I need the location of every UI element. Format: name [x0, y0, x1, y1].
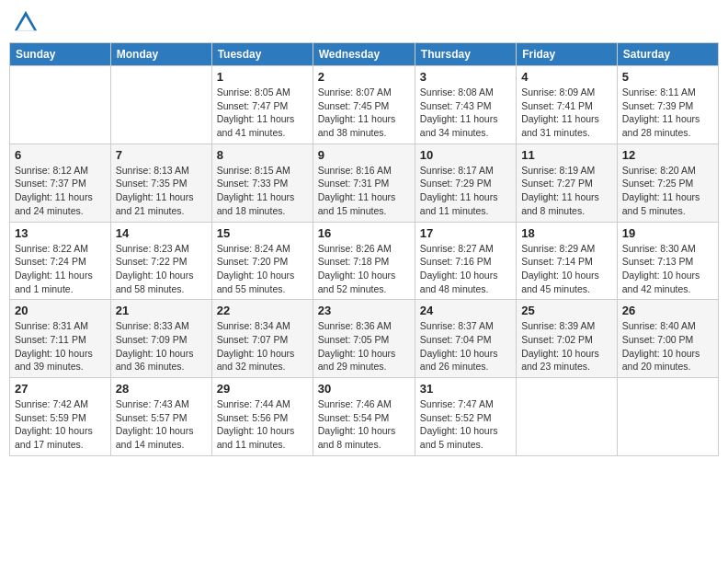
calendar-cell: 12Sunrise: 8:20 AMSunset: 7:25 PMDayligh… [617, 144, 718, 222]
calendar-week-row: 27Sunrise: 7:42 AMSunset: 5:59 PMDayligh… [10, 378, 719, 456]
day-info: Sunrise: 7:47 AMSunset: 5:52 PMDaylight:… [420, 397, 511, 452]
day-number: 26 [622, 304, 713, 317]
day-info: Sunrise: 8:30 AMSunset: 7:13 PMDaylight:… [622, 242, 713, 296]
calendar-cell: 19Sunrise: 8:30 AMSunset: 7:13 PMDayligh… [617, 222, 718, 300]
day-info: Sunrise: 7:44 AMSunset: 5:56 PMDaylight:… [217, 397, 308, 452]
day-number: 10 [420, 148, 511, 162]
calendar-cell: 20Sunrise: 8:31 AMSunset: 7:11 PMDayligh… [10, 300, 111, 378]
calendar-cell: 7Sunrise: 8:13 AMSunset: 7:35 PMDaylight… [110, 144, 211, 222]
day-info: Sunrise: 8:08 AMSunset: 7:43 PMDaylight:… [420, 86, 511, 140]
day-number: 8 [217, 148, 308, 162]
calendar-header-row: SundayMondayTuesdayWednesdayThursdayFrid… [10, 43, 719, 66]
calendar-cell: 2Sunrise: 8:07 AMSunset: 7:45 PMDaylight… [313, 66, 415, 144]
day-info: Sunrise: 8:15 AMSunset: 7:33 PMDaylight:… [217, 164, 308, 218]
day-number: 11 [521, 148, 612, 162]
day-number: 6 [15, 148, 106, 162]
day-number: 16 [318, 226, 410, 240]
day-info: Sunrise: 7:43 AMSunset: 5:57 PMDaylight:… [116, 397, 207, 452]
calendar-cell: 22Sunrise: 8:34 AMSunset: 7:07 PMDayligh… [211, 300, 313, 378]
day-number: 4 [521, 70, 612, 84]
page-header [9, 9, 719, 35]
calendar-cell: 1Sunrise: 8:05 AMSunset: 7:47 PMDaylight… [211, 66, 313, 144]
calendar-cell: 17Sunrise: 8:27 AMSunset: 7:16 PMDayligh… [415, 222, 516, 300]
day-header-sunday: Sunday [10, 43, 111, 66]
day-number: 19 [622, 226, 713, 240]
day-info: Sunrise: 8:24 AMSunset: 7:20 PMDaylight:… [217, 242, 308, 296]
day-number: 15 [217, 226, 308, 240]
day-info: Sunrise: 8:20 AMSunset: 7:25 PMDaylight:… [622, 164, 713, 218]
calendar-cell: 5Sunrise: 8:11 AMSunset: 7:39 PMDaylight… [617, 66, 718, 144]
day-header-saturday: Saturday [617, 43, 718, 66]
day-header-tuesday: Tuesday [211, 43, 313, 66]
calendar-week-row: 6Sunrise: 8:12 AMSunset: 7:37 PMDaylight… [10, 144, 719, 222]
calendar-week-row: 20Sunrise: 8:31 AMSunset: 7:11 PMDayligh… [10, 300, 719, 378]
day-header-thursday: Thursday [415, 43, 516, 66]
day-number: 13 [15, 226, 106, 240]
day-info: Sunrise: 8:37 AMSunset: 7:04 PMDaylight:… [420, 319, 511, 373]
day-number: 9 [318, 148, 410, 162]
day-number: 30 [318, 382, 410, 396]
day-number: 17 [420, 226, 511, 240]
day-info: Sunrise: 8:07 AMSunset: 7:45 PMDaylight:… [318, 86, 410, 140]
day-number: 3 [420, 70, 511, 84]
day-info: Sunrise: 8:39 AMSunset: 7:02 PMDaylight:… [521, 319, 612, 373]
day-info: Sunrise: 8:29 AMSunset: 7:14 PMDaylight:… [521, 242, 612, 296]
calendar-cell: 18Sunrise: 8:29 AMSunset: 7:14 PMDayligh… [517, 222, 618, 300]
day-number: 25 [521, 304, 612, 317]
day-info: Sunrise: 8:13 AMSunset: 7:35 PMDaylight:… [116, 164, 207, 218]
calendar-cell [617, 378, 718, 456]
day-number: 7 [116, 148, 207, 162]
calendar-cell: 8Sunrise: 8:15 AMSunset: 7:33 PMDaylight… [211, 144, 313, 222]
calendar-cell: 24Sunrise: 8:37 AMSunset: 7:04 PMDayligh… [415, 300, 516, 378]
calendar-cell: 14Sunrise: 8:23 AMSunset: 7:22 PMDayligh… [110, 222, 211, 300]
day-number: 1 [217, 70, 308, 84]
calendar-cell: 11Sunrise: 8:19 AMSunset: 7:27 PMDayligh… [517, 144, 618, 222]
logo [13, 9, 40, 35]
calendar-cell [110, 66, 211, 144]
calendar-week-row: 13Sunrise: 8:22 AMSunset: 7:24 PMDayligh… [10, 222, 719, 300]
day-info: Sunrise: 7:42 AMSunset: 5:59 PMDaylight:… [15, 397, 106, 452]
day-number: 5 [622, 70, 713, 84]
day-header-friday: Friday [517, 43, 618, 66]
day-number: 2 [318, 70, 410, 84]
day-number: 14 [116, 226, 207, 240]
day-info: Sunrise: 8:34 AMSunset: 7:07 PMDaylight:… [217, 319, 308, 373]
day-number: 24 [420, 304, 511, 317]
day-header-monday: Monday [110, 43, 211, 66]
calendar-cell: 4Sunrise: 8:09 AMSunset: 7:41 PMDaylight… [517, 66, 618, 144]
calendar-cell: 10Sunrise: 8:17 AMSunset: 7:29 PMDayligh… [415, 144, 516, 222]
day-number: 29 [217, 382, 308, 396]
calendar-cell: 6Sunrise: 8:12 AMSunset: 7:37 PMDaylight… [10, 144, 111, 222]
calendar-cell: 29Sunrise: 7:44 AMSunset: 5:56 PMDayligh… [211, 378, 313, 456]
calendar-cell: 30Sunrise: 7:46 AMSunset: 5:54 PMDayligh… [313, 378, 415, 456]
day-info: Sunrise: 8:17 AMSunset: 7:29 PMDaylight:… [420, 164, 511, 218]
day-header-wednesday: Wednesday [313, 43, 415, 66]
calendar-cell: 9Sunrise: 8:16 AMSunset: 7:31 PMDaylight… [313, 144, 415, 222]
calendar-cell: 15Sunrise: 8:24 AMSunset: 7:20 PMDayligh… [211, 222, 313, 300]
day-info: Sunrise: 8:05 AMSunset: 7:47 PMDaylight:… [217, 86, 308, 140]
calendar-cell: 21Sunrise: 8:33 AMSunset: 7:09 PMDayligh… [110, 300, 211, 378]
day-number: 20 [15, 304, 106, 317]
calendar-cell: 28Sunrise: 7:43 AMSunset: 5:57 PMDayligh… [110, 378, 211, 456]
calendar-week-row: 1Sunrise: 8:05 AMSunset: 7:47 PMDaylight… [10, 66, 719, 144]
day-number: 22 [217, 304, 308, 317]
day-number: 28 [116, 382, 207, 396]
day-info: Sunrise: 8:11 AMSunset: 7:39 PMDaylight:… [622, 86, 713, 140]
day-number: 31 [420, 382, 511, 396]
logo-icon [13, 9, 39, 35]
day-info: Sunrise: 8:33 AMSunset: 7:09 PMDaylight:… [116, 319, 207, 373]
day-info: Sunrise: 7:46 AMSunset: 5:54 PMDaylight:… [318, 397, 410, 452]
day-number: 21 [116, 304, 207, 317]
day-number: 27 [15, 382, 106, 396]
calendar-cell: 13Sunrise: 8:22 AMSunset: 7:24 PMDayligh… [10, 222, 111, 300]
calendar-cell [10, 66, 111, 144]
day-number: 18 [521, 226, 612, 240]
calendar-cell: 16Sunrise: 8:26 AMSunset: 7:18 PMDayligh… [313, 222, 415, 300]
calendar-cell: 25Sunrise: 8:39 AMSunset: 7:02 PMDayligh… [517, 300, 618, 378]
day-info: Sunrise: 8:31 AMSunset: 7:11 PMDaylight:… [15, 319, 106, 373]
day-info: Sunrise: 8:36 AMSunset: 7:05 PMDaylight:… [318, 319, 410, 373]
day-info: Sunrise: 8:27 AMSunset: 7:16 PMDaylight:… [420, 242, 511, 296]
day-info: Sunrise: 8:09 AMSunset: 7:41 PMDaylight:… [521, 86, 612, 140]
day-info: Sunrise: 8:12 AMSunset: 7:37 PMDaylight:… [15, 164, 106, 218]
calendar-cell: 23Sunrise: 8:36 AMSunset: 7:05 PMDayligh… [313, 300, 415, 378]
